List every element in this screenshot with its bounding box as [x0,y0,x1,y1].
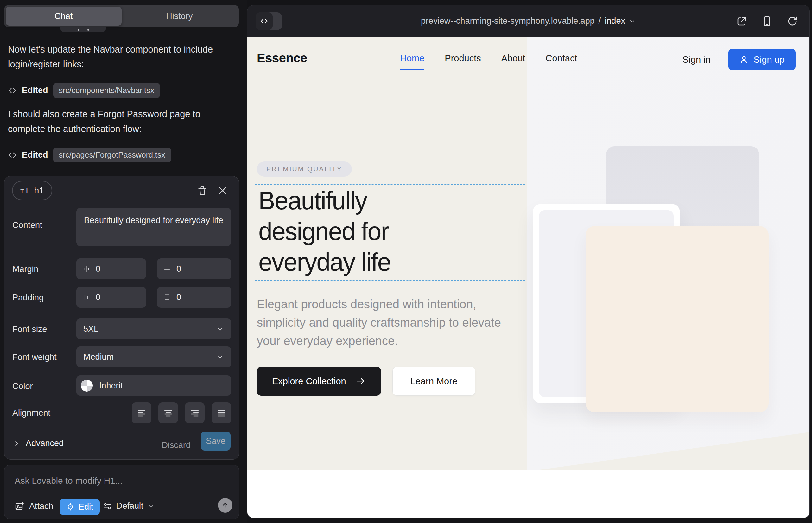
padding-x-input[interactable]: 0 [76,287,146,308]
padding-y-input[interactable]: 0 [157,287,231,308]
file-chip[interactable]: src/components/Navbar.tsx [53,83,160,98]
attach-image-icon [15,501,25,511]
advanced-toggle[interactable]: Advanced [12,438,64,448]
nav-links: Home Products About Contact [400,53,577,70]
selected-h1-outline[interactable]: Beautifully designed for everyday life [254,184,525,281]
nav-auth-actions: Sign in Sign up [683,49,796,70]
alignment-label: Alignment [12,408,50,418]
open-external-button[interactable] [736,16,747,27]
send-button[interactable] [218,498,232,512]
chevron-down-icon [216,353,224,361]
content-label: Content [12,220,42,230]
nav-link-about[interactable]: About [501,53,525,70]
arrow-right-icon [356,376,366,386]
chat-message: Now let's update the Navbar component to… [8,42,226,72]
code-icon [8,151,17,160]
delete-element-button[interactable] [197,185,208,197]
composer-placeholder[interactable]: Ask Lovable to modify H1... [15,476,123,486]
hero-section: Essence Home Products About Contact Sign… [247,37,810,470]
mobile-view-button[interactable] [761,16,773,27]
page-name: index [604,16,625,26]
color-swatch [81,380,93,392]
chevron-down-icon [629,18,636,25]
model-default-select[interactable]: Default [103,501,155,511]
margin-y-input[interactable]: 0 [157,258,231,279]
chat-sidebar: Chat History Now let's update the Navbar… [0,0,247,523]
margin-label: Margin [12,264,39,274]
discard-button[interactable]: Discard [161,440,191,450]
align-right-button[interactable] [185,402,205,423]
chat-message: I should also create a Forgot Password p… [8,107,226,137]
sign-in-link[interactable]: Sign in [683,54,711,65]
font-weight-select[interactable]: Medium [76,346,231,367]
edited-label: Edited [22,150,48,160]
align-justify-button[interactable] [212,402,231,423]
hero-cta-group: Explore Collection Learn More [257,366,475,396]
content-textarea[interactable]: Beautifully designed for everyday life [76,208,231,246]
preview-url: preview--charming-site-symphony.lovable.… [421,16,595,26]
type-icon: тT [20,186,30,196]
code-view-toggle[interactable] [255,12,282,30]
padding-y-icon [163,293,171,302]
padding-x-icon [82,293,91,302]
url-breadcrumb[interactable]: preview--charming-site-symphony.lovable.… [421,5,636,37]
font-weight-label: Font weight [12,353,57,362]
align-left-button[interactable] [132,402,152,423]
target-icon [66,502,75,511]
chevron-down-icon [216,325,224,333]
margin-y-icon [163,265,171,273]
edited-label: Edited [22,86,48,95]
site-navbar: Essence Home Products About Contact Sign… [247,37,810,83]
hero-image-placeholder-beige [586,226,769,412]
edit-mode-button[interactable]: Edit [59,499,100,515]
hero-paragraph: Elegant products designed with intention… [257,295,513,350]
align-center-button[interactable] [158,402,178,423]
premium-quality-badge: PREMIUM QUALITY [257,161,352,177]
save-button[interactable]: Save [201,432,231,451]
sliders-icon [103,502,112,511]
browser-toolbar: preview--charming-site-symphony.lovable.… [247,5,810,37]
tag-name: h1 [34,185,44,196]
attach-button[interactable]: Attach [15,501,54,511]
nav-link-home[interactable]: Home [400,53,424,70]
url-separator: / [599,16,601,26]
margin-x-icon [82,265,91,273]
file-chip[interactable]: src/pages/ForgotPassword.tsx [53,147,171,162]
chevron-right-icon [12,439,21,448]
nav-link-products[interactable]: Products [445,53,481,70]
code-icon [8,86,17,95]
element-editor-panel: тT h1 Content Beautifully designed for e… [4,176,239,460]
edited-file-row: Edited src/pages/ForgotPassword.tsx [8,147,171,162]
preview-page: Essence Home Products About Contact Sign… [247,37,810,518]
explore-collection-button[interactable]: Explore Collection [257,366,381,396]
sign-up-button[interactable]: Sign up [728,49,796,70]
user-icon [739,55,749,64]
chat-composer[interactable]: Ask Lovable to modify H1... Attach Edit … [4,465,239,519]
font-size-label: Font size [12,325,47,334]
font-size-select[interactable]: 5XL [76,319,231,339]
hero-heading[interactable]: Beautifully designed for everyday life [259,185,391,277]
color-label: Color [12,381,33,391]
padding-label: Padding [12,293,44,303]
code-icon [255,12,273,30]
browser-actions [736,5,798,37]
sidebar-tabs: Chat History [4,5,239,27]
scrolled-element-edge [60,27,106,32]
color-picker-field[interactable]: Inherit [76,376,231,396]
tab-history[interactable]: History [122,7,237,26]
selected-element-tag: тT h1 [12,181,52,200]
decorative-diagonal-shape [527,429,810,470]
chevron-down-icon [147,503,155,510]
learn-more-button[interactable]: Learn More [392,366,475,396]
close-editor-button[interactable] [217,185,229,197]
tab-chat[interactable]: Chat [6,7,122,26]
edited-file-row: Edited src/components/Navbar.tsx [8,83,160,98]
nav-link-contact[interactable]: Contact [546,53,577,70]
margin-x-input[interactable]: 0 [76,258,146,279]
refresh-button[interactable] [787,16,798,27]
arrow-up-icon [222,502,229,509]
preview-browser-frame: preview--charming-site-symphony.lovable.… [247,5,810,518]
site-logo[interactable]: Essence [257,51,307,65]
